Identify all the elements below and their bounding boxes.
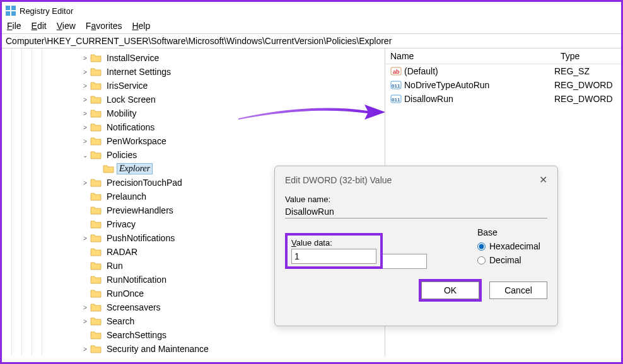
tree-item-label[interactable]: Screensavers xyxy=(104,302,163,313)
value-row[interactable]: ab(Default)REG_SZ xyxy=(385,64,621,78)
folder-icon xyxy=(90,220,102,229)
value-data-input[interactable] xyxy=(291,249,376,264)
base-group: Base Hexadecimal Decimal xyxy=(477,227,540,269)
regedit-icon xyxy=(6,6,16,16)
value-name: NoDriveTypeAutoRun xyxy=(404,80,554,90)
tree-item-label[interactable]: Mobility xyxy=(104,108,139,119)
chevron-right-icon: > xyxy=(80,249,90,256)
folder-icon xyxy=(90,275,102,284)
chevron-right-icon[interactable]: > xyxy=(80,55,90,62)
value-type: REG_DWORD xyxy=(554,94,613,104)
dialog-title: Edit DWORD (32-bit) Value xyxy=(285,175,392,185)
tree-guides xyxy=(2,48,42,356)
tree-item-label[interactable]: RunOnce xyxy=(104,288,146,299)
radio-decimal[interactable]: Decimal xyxy=(477,255,540,265)
chevron-right-icon[interactable]: > xyxy=(80,235,90,242)
radio-dec-input[interactable] xyxy=(477,256,486,264)
chevron-right-icon[interactable]: > xyxy=(80,346,90,353)
chevron-down-icon[interactable]: ⌄ xyxy=(80,152,90,159)
folder-icon xyxy=(103,164,114,173)
chevron-right-icon[interactable]: > xyxy=(80,304,90,311)
folder-icon xyxy=(90,247,102,256)
value-name-input[interactable] xyxy=(285,205,547,219)
tree-item-label[interactable]: Lock Screen xyxy=(104,94,158,105)
value-type: REG_SZ xyxy=(554,66,590,76)
tree-item[interactable]: ⌄Policies xyxy=(42,148,385,162)
tree-item-label[interactable]: PrecisionTouchPad xyxy=(104,177,185,188)
tree-item[interactable]: >InstallService xyxy=(42,51,385,65)
values-body[interactable]: ab(Default)REG_SZ011NoDriveTypeAutoRunRE… xyxy=(385,64,621,106)
tree-item-label[interactable]: Prelaunch xyxy=(104,191,149,202)
tree-item-label[interactable]: IrisService xyxy=(104,80,150,91)
tree-item[interactable]: >PenWorkspace xyxy=(42,134,385,148)
string-value-icon: ab xyxy=(390,66,402,76)
base-label: Base xyxy=(477,227,540,237)
cancel-button[interactable]: Cancel xyxy=(489,282,547,299)
folder-icon xyxy=(90,109,102,118)
chevron-right-icon[interactable]: > xyxy=(80,138,90,145)
menubar: File Edit View Favorites Help xyxy=(2,20,621,33)
value-data-highlight: Value data: xyxy=(285,233,383,269)
tree-item-label[interactable]: PenWorkspace xyxy=(104,135,169,147)
chevron-right-icon[interactable]: > xyxy=(80,69,90,76)
value-type: REG_DWORD xyxy=(554,80,613,90)
menu-edit[interactable]: Edit xyxy=(32,21,47,31)
svg-rect-3 xyxy=(11,11,16,16)
tree-item-label[interactable]: Policies xyxy=(104,149,139,161)
menu-view[interactable]: View xyxy=(57,21,76,31)
values-header[interactable]: Name Type xyxy=(385,48,621,64)
tree-item-label[interactable]: Privacy xyxy=(104,219,138,230)
tree-item-label[interactable]: PushNotifications xyxy=(104,232,177,244)
svg-rect-1 xyxy=(11,6,16,10)
tree-item[interactable]: >Security and Maintenance xyxy=(42,342,385,356)
tree-item[interactable]: >IrisService xyxy=(42,79,385,93)
tree-item-label[interactable]: PreviewHandlers xyxy=(104,205,176,216)
folder-icon xyxy=(90,67,102,76)
tree-item-label[interactable]: Internet Settings xyxy=(104,66,173,77)
tree-item-label[interactable]: RADAR xyxy=(104,246,140,258)
radio-hex-input[interactable] xyxy=(477,242,486,251)
tree-item-label[interactable]: Explorer xyxy=(117,163,153,174)
folder-icon xyxy=(90,137,102,145)
chevron-right-icon[interactable]: > xyxy=(80,124,90,131)
radio-hexadecimal[interactable]: Hexadecimal xyxy=(477,241,540,251)
menu-help[interactable]: Help xyxy=(132,21,150,31)
chevron-right-icon: > xyxy=(80,221,90,228)
value-data-input-ext[interactable] xyxy=(383,254,427,269)
chevron-right-icon[interactable]: > xyxy=(80,82,90,89)
menu-file[interactable]: File xyxy=(7,21,21,31)
chevron-right-icon[interactable]: > xyxy=(80,179,90,186)
value-row[interactable]: 011DisallowRunREG_DWORD xyxy=(385,92,621,106)
menu-favorites[interactable]: Favorites xyxy=(86,21,122,31)
folder-icon xyxy=(90,151,102,159)
close-icon[interactable]: ✕ xyxy=(539,174,547,186)
folder-icon xyxy=(90,289,102,298)
tree-item-label[interactable]: SearchSettings xyxy=(104,329,169,341)
dword-value-icon: 011 xyxy=(390,80,402,90)
tree-item[interactable]: >Internet Settings xyxy=(42,65,385,79)
tree-item-label[interactable]: InstallService xyxy=(104,52,161,64)
folder-icon xyxy=(90,331,102,339)
tree-item-label[interactable]: RunNotification xyxy=(104,274,169,285)
chevron-right-icon[interactable]: > xyxy=(80,110,90,117)
folder-icon xyxy=(90,192,102,201)
chevron-right-icon: > xyxy=(80,276,90,283)
svg-text:011: 011 xyxy=(392,97,400,103)
col-name[interactable]: Name xyxy=(385,48,556,64)
svg-text:011: 011 xyxy=(392,83,400,89)
value-row[interactable]: 011NoDriveTypeAutoRunREG_DWORD xyxy=(385,78,621,92)
col-type[interactable]: Type xyxy=(556,48,621,64)
ok-button[interactable]: OK xyxy=(421,282,479,299)
chevron-right-icon[interactable]: > xyxy=(80,318,90,325)
tree-item[interactable]: >SearchSettings xyxy=(42,328,385,342)
address-bar[interactable]: Computer\HKEY_CURRENT_USER\Software\Micr… xyxy=(2,33,621,48)
folder-icon xyxy=(90,206,102,215)
folder-icon xyxy=(90,317,102,326)
chevron-right-icon: > xyxy=(80,263,90,270)
chevron-right-icon[interactable]: > xyxy=(80,96,90,103)
tree-item-label[interactable]: Search xyxy=(104,316,137,327)
tree-item-label[interactable]: Security and Maintenance xyxy=(104,343,211,355)
tree-item-label[interactable]: Run xyxy=(104,260,125,271)
tree-item-label[interactable]: Notifications xyxy=(104,122,157,133)
annotation-arrow-icon xyxy=(235,100,387,125)
